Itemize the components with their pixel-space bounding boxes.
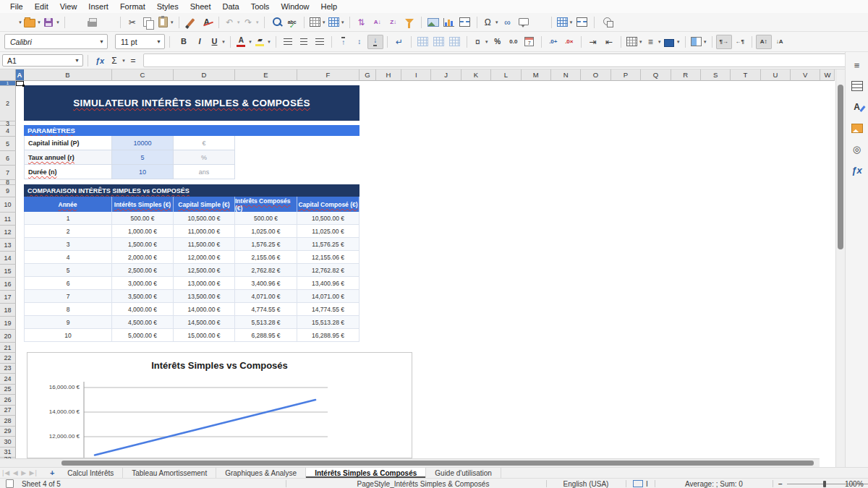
parameter-value-cell[interactable]: 5 [112,150,174,165]
menu-data[interactable]: Data [216,1,244,12]
selection-mode-icon[interactable]: I [633,479,648,488]
table-cell[interactable]: 11,025.00 € [297,225,359,238]
zoom-out-icon[interactable]: − [778,480,783,488]
row-header-2[interactable]: 2 [0,86,16,121]
table-column-header[interactable]: Intérêts Composés (€) [235,197,297,212]
background-color-icon-dropdown[interactable]: ▼ [676,40,681,44]
menu-styles[interactable]: Styles [151,1,184,12]
add-decimal-icon[interactable]: .0+ [545,35,561,49]
cell-area[interactable]: SIMULATEUR INTÉRÊTS SIMPLES & COMPOSÉS P… [16,81,835,458]
align-bottom-icon[interactable]: ↓ [367,35,383,49]
table-cell[interactable]: 1,025.00 € [235,225,297,238]
split-window-icon[interactable] [574,15,590,30]
font-name-combobox[interactable]: Calibri▼ [4,34,108,49]
table-cell[interactable]: 12,000.00 € [174,251,235,264]
sheet-tab-1[interactable]: Calcul Intérêts [59,468,123,478]
center-vertically-icon[interactable]: ↕ [352,35,367,49]
functions-icon[interactable]: ƒx [849,163,865,177]
table-cell[interactable]: 10,500.00 € [174,212,235,225]
table-cell[interactable]: 8 [24,303,112,316]
column-header-V[interactable]: V [791,69,820,81]
vertical-scrollbar[interactable] [835,69,845,467]
bold-icon[interactable]: B [176,35,192,49]
menu-help[interactable]: Help [315,1,344,12]
column-header-J[interactable]: J [431,69,461,81]
row-header-26[interactable]: 26 [0,395,16,406]
stacked-text-icon[interactable]: ↓A [772,35,788,49]
column-header-D[interactable]: D [174,69,235,81]
table-cell[interactable]: 14,500.00 € [174,316,235,329]
row-header-30[interactable]: 30 [0,437,16,448]
sort-descending-icon[interactable]: Z↓ [386,15,401,30]
row-header-1[interactable]: 1 [0,81,16,86]
column-header-S[interactable]: S [701,69,731,81]
row-header-9[interactable]: 9 [0,185,16,197]
column-header-R[interactable]: R [671,69,701,81]
row-header-12[interactable]: 12 [0,226,16,239]
headers-footers-icon[interactable] [532,15,548,30]
insert-image-icon[interactable] [425,15,441,30]
comparison-section-header[interactable]: COMPARAISON INTÉRÊTS SIMPLES vs COMPOSÉS [24,184,359,197]
redo-icon-dropdown[interactable]: ▼ [255,20,260,25]
row-header-7[interactable]: 7 [0,166,16,180]
column-header-W[interactable]: W [820,69,835,81]
paste-icon[interactable]: ▼ [156,15,175,30]
sheet-tab-2[interactable]: Tableau Amortissement [123,468,216,478]
properties-icon[interactable] [849,79,865,93]
align-top-icon[interactable]: ↑ [336,35,352,49]
print-preview-icon[interactable] [101,15,116,30]
row-header-22[interactable]: 22 [0,353,16,364]
row-header-14[interactable]: 14 [0,252,16,265]
undo-icon[interactable]: ↶▼ [223,15,242,30]
styles-icon[interactable]: A [849,100,865,114]
table-cell[interactable]: 11,576.25 € [297,238,359,251]
parameter-unit-cell[interactable]: ans [174,165,235,179]
gallery-icon[interactable] [849,121,865,135]
formula-input[interactable] [143,53,855,67]
special-character-icon-dropdown[interactable]: ▼ [495,20,499,25]
cut-icon[interactable]: ✂ [124,15,140,30]
table-cell[interactable]: 13,500.00 € [174,290,235,303]
print-icon[interactable] [85,15,101,30]
add-sheet-button[interactable]: + [40,468,59,477]
highlight-color-icon[interactable]: ▰▼ [253,35,272,49]
navigator-icon[interactable]: ◎ [849,142,865,156]
table-cell[interactable]: 2 [24,225,112,238]
column-header-F[interactable]: F [297,69,359,81]
clone-formatting-icon[interactable] [183,15,199,30]
row-header-10[interactable]: 10 [0,197,16,213]
table-cell[interactable]: 3,000.00 € [112,277,174,290]
column-icon-dropdown[interactable]: ▼ [341,20,345,25]
table-cell[interactable]: 4,774.55 € [235,303,297,316]
parameter-value-cell[interactable]: 10 [112,165,174,179]
table-cell[interactable]: 7 [24,290,112,303]
border-style-icon-dropdown[interactable]: ▼ [658,40,662,44]
conditional-formatting-icon[interactable]: ▼ [689,35,708,49]
table-cell[interactable]: 3 [24,238,112,251]
unmerge-cells-icon[interactable] [447,35,463,49]
column-header-L[interactable]: L [491,69,521,81]
horizontal-scrollbar[interactable] [0,458,820,467]
row-header-29[interactable]: 29 [0,427,16,437]
column-header-Q[interactable]: Q [641,69,671,81]
table-cell[interactable]: 14,774.55 € [297,303,359,316]
decrease-indent-icon[interactable]: ⇤ [601,35,617,49]
background-color-icon[interactable]: ▼ [663,35,681,49]
percent-format-icon[interactable]: % [490,35,506,49]
paste-icon-dropdown[interactable]: ▼ [170,20,174,25]
column-header-M[interactable]: M [522,69,551,81]
cell-cursor[interactable] [16,81,24,86]
font-size-dropdown-icon[interactable]: ▼ [156,39,161,44]
table-cell[interactable]: 5 [24,264,112,277]
text-direction-ltr-icon[interactable]: ¶→ [716,35,732,49]
sheet-title-banner[interactable]: SIMULATEUR INTÉRÊTS SIMPLES & COMPOSÉS [24,85,359,121]
number-format-icon[interactable]: 0.0 [506,35,522,49]
row-icon[interactable]: ▼ [308,15,327,30]
column-header-K[interactable]: K [461,69,491,81]
font-size-combobox[interactable]: 11 pt▼ [115,34,165,49]
save-icon[interactable]: ▼ [42,15,61,30]
hyperlink-icon[interactable]: ∞ [500,15,516,30]
column-header-C[interactable]: C [112,69,174,81]
row-header-6[interactable]: 6 [0,151,16,166]
table-cell[interactable]: 11,500.00 € [174,238,235,251]
